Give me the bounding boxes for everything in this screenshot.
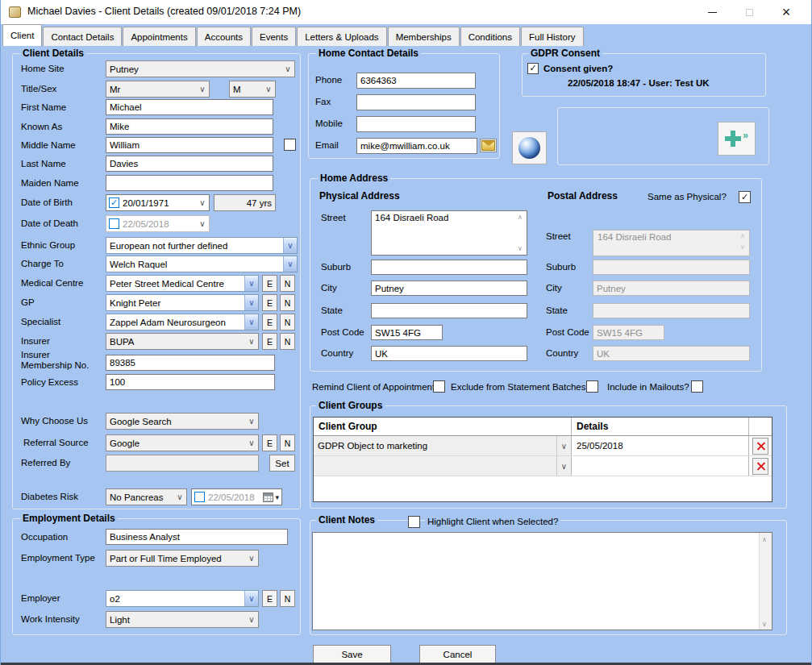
physical-city-input[interactable]: [371, 281, 527, 296]
gp-select[interactable]: Knight Peter∨: [106, 294, 259, 311]
referral-source-edit-button[interactable]: E: [262, 434, 277, 451]
exclude-statements-label: Exclude from Statement Batches?: [451, 382, 591, 392]
known-as-input[interactable]: [106, 118, 273, 135]
email-input[interactable]: [356, 138, 477, 154]
scroll-up-icon[interactable]: ∧: [762, 537, 767, 543]
referral-source-select[interactable]: Google∨: [106, 434, 259, 451]
physical-street-input[interactable]: 164 Disraeli Road: [371, 210, 527, 256]
tab-contact-details[interactable]: Contact Details: [43, 27, 122, 46]
scroll-down-icon[interactable]: ∨: [762, 621, 767, 628]
physical-street-label: Street: [321, 213, 346, 222]
highlight-client-checkbox[interactable]: [408, 516, 420, 528]
add-membership-button[interactable]: »: [718, 122, 756, 156]
notes-scrollbar[interactable]: [759, 533, 772, 630]
chevron-down-icon: ∨: [556, 456, 571, 476]
referral-source-new-button[interactable]: N: [280, 434, 295, 451]
cancel-button[interactable]: Cancel: [419, 645, 496, 663]
tab-letters-uploads[interactable]: Letters & Uploads: [297, 27, 386, 46]
table-row: GDPR Object to marketing ∨ 25/05/2018: [314, 436, 772, 456]
sex-select[interactable]: M∨: [229, 81, 276, 98]
consent-given-checkbox[interactable]: [527, 63, 539, 74]
mobile-input[interactable]: [356, 116, 476, 132]
specialist-new-button[interactable]: N: [280, 314, 295, 330]
maiden-name-input[interactable]: [106, 175, 273, 191]
diabetes-risk-date-checkbox[interactable]: [194, 492, 205, 502]
middle-name-checkbox[interactable]: [284, 139, 296, 151]
delete-row-button[interactable]: [752, 438, 768, 455]
send-email-button[interactable]: [480, 139, 497, 152]
tab-full-history[interactable]: Full History: [521, 27, 584, 46]
home-site-label: Home Site: [21, 64, 65, 73]
insurer-select[interactable]: BUPA∨: [106, 333, 259, 350]
tab-memberships[interactable]: Memberships: [388, 27, 460, 46]
referred-by-input[interactable]: [106, 455, 259, 472]
employer-edit-button[interactable]: E: [262, 590, 277, 607]
tab-client[interactable]: Client: [2, 24, 42, 46]
chevron-down-icon: ∨: [196, 85, 209, 94]
specialist-edit-button[interactable]: E: [262, 314, 277, 330]
scroll-down-icon[interactable]: ∨: [518, 246, 523, 252]
referred-by-set-button[interactable]: Set: [269, 455, 295, 472]
policy-excess-input[interactable]: [106, 374, 275, 390]
physical-suburb-input[interactable]: [371, 260, 527, 275]
exclude-statements-checkbox[interactable]: [586, 380, 598, 393]
ethnic-group-select[interactable]: European not further defined∨: [106, 237, 298, 254]
title-select[interactable]: Mr∨: [106, 81, 210, 98]
specialist-select[interactable]: Zappel Adam Neurosurgeon∨: [106, 314, 259, 330]
save-button[interactable]: Save: [313, 645, 391, 663]
tab-events[interactable]: Events: [252, 27, 296, 46]
client-group-select[interactable]: ∨: [314, 456, 571, 476]
include-mailouts-checkbox[interactable]: [691, 380, 703, 393]
medical-centre-select[interactable]: Peter Street Medical Centre∨: [106, 275, 259, 292]
last-name-input[interactable]: [106, 156, 273, 172]
same-as-physical-checkbox[interactable]: [739, 191, 751, 203]
why-choose-us-select[interactable]: Google Search∨: [106, 413, 259, 430]
medical-centre-edit-button[interactable]: E: [262, 275, 277, 292]
date-of-birth-picker[interactable]: 20/01/1971 ∨: [106, 194, 210, 211]
home-site-select[interactable]: Putney∨: [106, 60, 295, 77]
medical-centre-new-button[interactable]: N: [280, 275, 295, 292]
charge-to-select[interactable]: Welch Raquel∨: [106, 256, 298, 272]
tab-accounts[interactable]: Accounts: [197, 27, 251, 46]
date-of-death-checkbox[interactable]: [109, 218, 119, 229]
first-name-input[interactable]: [106, 99, 273, 115]
minimize-button[interactable]: [693, 0, 731, 24]
diabetes-risk-date-picker[interactable]: 22/05/2018 ▾: [191, 488, 282, 505]
client-groups-title: Client Groups: [316, 400, 385, 411]
physical-state-input[interactable]: [371, 303, 527, 318]
client-group-details-cell[interactable]: 25/05/2018: [572, 436, 749, 455]
gp-new-button[interactable]: N: [280, 294, 295, 311]
phone-input[interactable]: [356, 73, 476, 89]
postal-city-label: City: [546, 283, 562, 293]
insurer-membership-input[interactable]: [106, 355, 275, 371]
remind-appointments-checkbox[interactable]: [433, 380, 445, 393]
close-button[interactable]: [768, 0, 805, 24]
occupation-input[interactable]: [106, 529, 288, 545]
tab-conditions[interactable]: Conditions: [460, 27, 520, 46]
chevron-down-icon: ∨: [196, 219, 209, 228]
maximize-button[interactable]: [731, 0, 768, 24]
work-intensity-select[interactable]: Light∨: [106, 611, 259, 628]
tab-appointments[interactable]: Appointments: [123, 27, 195, 46]
employer-new-button[interactable]: N: [280, 590, 295, 607]
physical-postcode-input[interactable]: [371, 325, 443, 340]
employment-type-select[interactable]: Part or Full Time Employed∨: [106, 550, 259, 567]
physical-country-input[interactable]: [371, 346, 527, 361]
diabetes-risk-select[interactable]: No Pancreas∨: [106, 488, 187, 505]
client-group-details-cell[interactable]: [572, 456, 749, 476]
delete-x-icon: [756, 462, 765, 471]
employer-select[interactable]: o2∨: [106, 590, 259, 607]
client-notes-input[interactable]: [312, 532, 772, 630]
scroll-up-icon[interactable]: ∧: [518, 214, 523, 221]
fax-input[interactable]: [356, 94, 476, 110]
insurer-edit-button[interactable]: E: [262, 333, 277, 350]
middle-name-input[interactable]: [106, 137, 273, 153]
client-group-select[interactable]: GDPR Object to marketing ∨: [314, 436, 571, 455]
date-of-death-picker[interactable]: 22/05/2018 ∨: [106, 215, 210, 232]
insurer-new-button[interactable]: N: [280, 333, 295, 350]
gp-edit-button[interactable]: E: [262, 294, 277, 311]
date-of-birth-checkbox[interactable]: [109, 197, 119, 208]
chevron-down-icon: ∨: [283, 256, 297, 272]
web-globe-button[interactable]: [512, 131, 547, 164]
delete-row-button[interactable]: [752, 458, 768, 475]
